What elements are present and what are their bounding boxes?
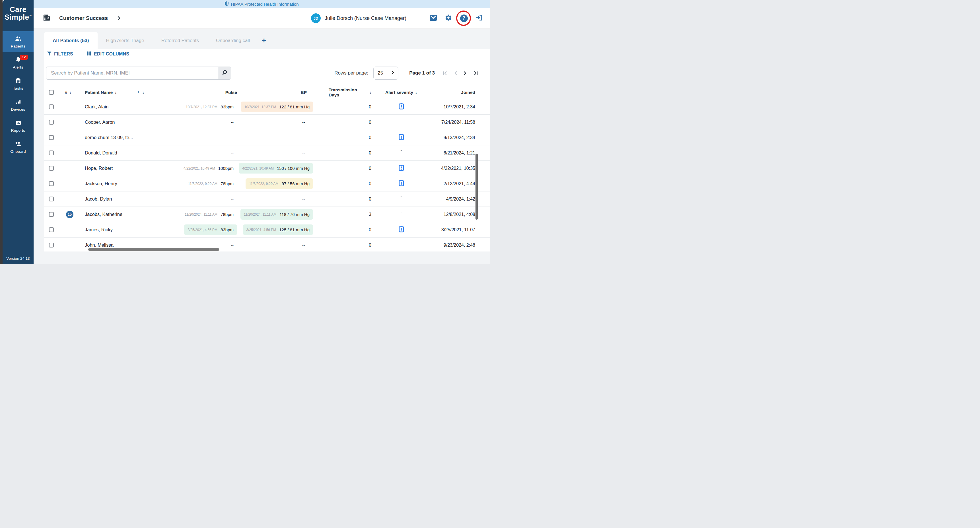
patient-name-link[interactable]: Hope, Robert	[85, 161, 153, 176]
pulse-timestamp: 11/20/2024, 11:11 AM	[185, 213, 217, 216]
sort-down-icon: ↓	[142, 90, 144, 95]
sign-out-icon	[476, 14, 483, 22]
sort-down-icon: ↓	[115, 90, 117, 95]
main-area: HIPAA Protected Health Information Custo…	[33, 0, 490, 264]
patient-name-link[interactable]: Donald, Donald	[85, 145, 153, 161]
column-header-joined[interactable]: Joined	[417, 85, 475, 99]
sidebar-nav: Patients 12 Alerts Tasks Devices	[3, 31, 33, 157]
clipboard-alert-icon[interactable]	[398, 226, 404, 234]
alert-severity-cell: -	[394, 145, 408, 161]
filters-button[interactable]: FILTERS	[47, 51, 73, 57]
joined-date: 4/9/2024, 1:42	[417, 191, 475, 207]
patient-name-link[interactable]: James, Ricky	[85, 222, 153, 237]
row-checkbox[interactable]	[49, 212, 54, 217]
tab-referred-patients[interactable]: Referred Patients	[153, 32, 207, 49]
settings-button[interactable]	[444, 14, 452, 22]
bp-cell: --	[243, 237, 313, 251]
bp-cell: 11/8/2022, 9:29 AM97 / 56 mm Hg	[243, 176, 313, 191]
row-checkbox[interactable]	[49, 104, 54, 109]
sidebar-item-alerts[interactable]: 12 Alerts	[3, 52, 33, 73]
pulse-cell: 11/20/2024, 11:11 AM78bpm	[152, 207, 237, 222]
rows-per-page-value: 25	[378, 70, 383, 76]
horizontal-scrollbar[interactable]	[88, 248, 219, 251]
column-header-pulse[interactable]: Pulse	[152, 85, 237, 99]
pulse-cell: --	[152, 115, 237, 130]
pulse-timestamp: 10/7/2021, 12:37 PM	[186, 105, 217, 109]
row-checkbox[interactable]	[49, 243, 54, 248]
help-button[interactable]: ?	[460, 14, 468, 22]
row-checkbox[interactable]	[49, 135, 54, 140]
sign-out-button[interactable]	[475, 14, 483, 22]
pagination-buttons	[443, 71, 478, 76]
column-header-number[interactable]: #↓	[65, 85, 72, 99]
pulse-value: 83bpm	[221, 227, 234, 232]
bp-value: 122 / 81 mm Hg	[279, 104, 310, 109]
clipboard-alert-icon[interactable]	[398, 180, 404, 188]
patient-name-link[interactable]: Jackson, Henry	[85, 176, 153, 191]
row-checkbox-cell	[49, 145, 54, 161]
sidebar-item-devices[interactable]: Devices	[3, 94, 33, 116]
column-header-bp[interactable]: BP	[243, 85, 307, 99]
search-input[interactable]	[46, 67, 218, 80]
building-icon	[43, 14, 51, 23]
bp-timestamp: 11/20/2024, 11:11 AM	[244, 213, 277, 216]
breadcrumb[interactable]: Customer Success	[43, 14, 120, 23]
add-tab-button[interactable]: +	[258, 32, 269, 49]
row-checkbox[interactable]	[49, 227, 54, 232]
bp-cell: --	[243, 145, 313, 161]
select-all-checkbox[interactable]	[49, 90, 54, 95]
sidebar-item-label: Tasks	[13, 86, 23, 91]
tab-onboarding-call[interactable]: Onboarding call	[207, 32, 258, 49]
row-checkbox-cell	[49, 176, 54, 191]
sidebar-item-onboard[interactable]: Onboard	[3, 137, 33, 157]
clipboard-alert-icon[interactable]	[398, 164, 404, 172]
next-page-button[interactable]	[463, 71, 467, 76]
alert-severity-dash: -	[401, 194, 402, 199]
row-checkbox[interactable]	[49, 181, 54, 186]
sort-down-icon: ↓	[369, 90, 371, 95]
edit-columns-button[interactable]: EDIT COLUMNS	[87, 51, 129, 57]
tab-all-patients[interactable]: All Patients (53)	[44, 32, 98, 49]
pulse-cell: 11/8/2022, 9:29 AM78bpm	[152, 176, 237, 191]
mail-icon	[430, 14, 437, 22]
row-checkbox[interactable]	[49, 120, 54, 125]
sidebar-item-tasks[interactable]: Tasks	[3, 73, 33, 94]
patient-name-link[interactable]: demo chum 13-09, te...	[85, 130, 153, 145]
column-header-transmission-days[interactable]: Transmission Days↓	[329, 85, 371, 99]
chevron-right-icon[interactable]	[118, 16, 120, 21]
column-header-truncated[interactable]: ↓	[138, 85, 144, 99]
rows-per-page-select[interactable]: 25	[373, 67, 398, 80]
row-number-cell	[62, 130, 77, 145]
patient-name-link[interactable]: Clark, Alain	[85, 99, 153, 115]
vertical-scrollbar[interactable]	[476, 154, 478, 219]
patient-name-link[interactable]: Cooper, Aaron	[85, 115, 153, 130]
first-page-button[interactable]	[443, 71, 448, 76]
patient-name-link[interactable]: Jacobs, Katherine	[85, 207, 153, 222]
messages-button[interactable]	[429, 14, 437, 22]
sidebar-item-reports[interactable]: Reports	[3, 116, 33, 137]
row-checkbox[interactable]	[49, 151, 54, 155]
joined-date: 10/7/2021, 2:34	[417, 99, 475, 115]
clipboard-alert-icon[interactable]	[398, 103, 404, 111]
tab-bar: All Patients (53) High Alerts Triage Ref…	[44, 32, 490, 49]
window-edge	[0, 0, 3, 264]
patient-name-link[interactable]: Jacob, Dylan	[85, 191, 153, 207]
people-icon	[14, 35, 22, 42]
column-header-patient-name[interactable]: Patient Name↓	[85, 85, 117, 99]
joined-date: 9/23/2024, 2:48	[417, 237, 475, 251]
joined-date: 7/24/2024, 11:58	[417, 115, 475, 130]
row-checkbox[interactable]	[49, 166, 54, 171]
search-button[interactable]	[218, 67, 231, 80]
previous-page-button[interactable]	[454, 71, 457, 76]
joined-date: 9/13/2024, 2:34	[417, 130, 475, 145]
avatar[interactable]: JD	[311, 13, 321, 23]
tab-high-alerts-triage[interactable]: High Alerts Triage	[98, 32, 153, 49]
row-checkbox[interactable]	[49, 197, 54, 201]
alerts-count-badge: 12	[20, 55, 28, 60]
sidebar-item-patients[interactable]: Patients	[3, 31, 33, 52]
pulse-timestamp: 4/22/2021, 10:49 AM	[183, 166, 215, 170]
last-page-button[interactable]	[473, 71, 478, 76]
joined-date: 2/12/2021, 4:44	[417, 176, 475, 191]
alert-severity-dash: -	[401, 117, 402, 122]
clipboard-alert-icon[interactable]	[398, 134, 404, 142]
